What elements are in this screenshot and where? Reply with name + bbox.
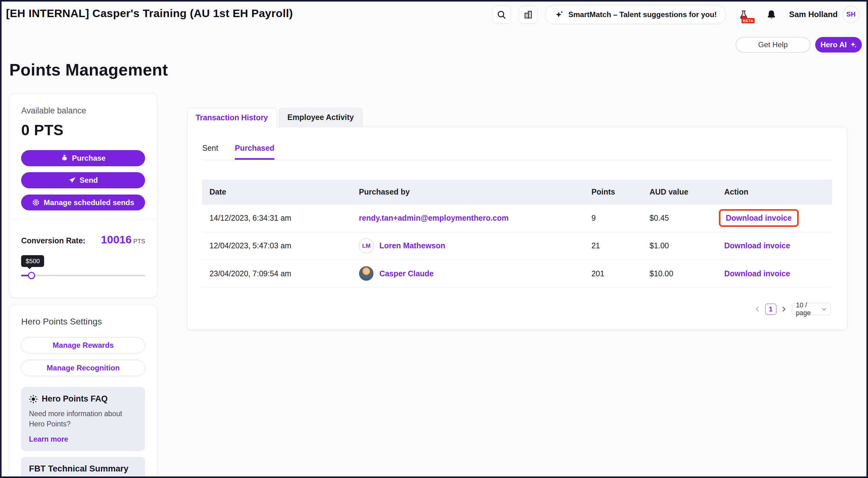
table-row: 12/04/2023, 5:47:03 am LM Loren Mathewso… xyxy=(202,232,832,260)
tab-employee-activity[interactable]: Employee Activity xyxy=(279,108,362,127)
chevron-left-icon xyxy=(755,306,760,312)
transaction-history-panel: Sent Purchased Date Purchased by Points … xyxy=(187,127,847,330)
money-bag-icon xyxy=(61,154,68,161)
balance-label: Available balance xyxy=(21,106,145,116)
gear-icon xyxy=(32,199,40,206)
manage-recognition-button[interactable]: Manage Recognition xyxy=(21,360,145,376)
company-switcher-button[interactable] xyxy=(519,5,538,24)
page-number[interactable]: 1 xyxy=(765,304,776,315)
conversion-rate-label: Conversion Rate: xyxy=(21,236,85,245)
cell-aud-value: $1.00 xyxy=(643,241,717,250)
faq-title: Hero Points FAQ xyxy=(42,394,107,404)
download-invoice-link[interactable]: Download invoice xyxy=(726,213,792,222)
next-page-button[interactable] xyxy=(782,306,786,312)
slider-track xyxy=(21,275,145,276)
user-name: Sam Holland xyxy=(789,10,838,19)
slider-thumb[interactable] xyxy=(28,272,35,279)
chevron-right-icon xyxy=(782,306,786,312)
purchase-button[interactable]: Purchase xyxy=(21,150,145,166)
col-points: Points xyxy=(584,187,643,197)
purchaser-link[interactable]: Loren Mathewson xyxy=(379,241,445,250)
page-title: Points Management xyxy=(9,60,168,79)
conversion-rate-value: 10016PTS xyxy=(101,233,145,246)
fbt-summary-box: FBT Technical Summary xyxy=(21,457,145,478)
notifications-button[interactable] xyxy=(762,5,781,24)
faq-box: Hero Points FAQ Need more information ab… xyxy=(21,387,145,451)
faq-header: Hero Points FAQ xyxy=(29,394,137,404)
labs-button[interactable]: BETA xyxy=(734,5,754,24)
cell-points: 21 xyxy=(584,241,643,250)
col-aud-value: AUD value xyxy=(643,187,717,197)
cell-aud-value: $0.45 xyxy=(643,213,717,222)
cell-points: 201 xyxy=(584,269,643,278)
table-row: 14/12/2023, 6:34:31 am rendy.tan+admin@e… xyxy=(202,205,832,232)
faq-body: Need more information about Hero Points? xyxy=(29,409,134,429)
search-button[interactable] xyxy=(492,5,511,24)
col-purchased-by: Purchased by xyxy=(352,187,584,197)
bell-icon xyxy=(767,10,776,20)
learn-more-link[interactable]: Learn more xyxy=(29,435,68,443)
col-action: Action xyxy=(717,187,832,197)
smartmatch-label: SmartMatch – Talent suggestions for you! xyxy=(568,10,717,19)
beta-badge: BETA xyxy=(742,18,754,23)
slider-tooltip: $500 xyxy=(21,255,44,267)
avatar-photo xyxy=(359,266,374,281)
user-menu[interactable]: Sam Holland SH xyxy=(789,6,859,23)
sparkle-icon xyxy=(850,41,857,48)
pagination: 1 10 / page xyxy=(755,303,830,315)
available-balance-card: Available balance 0 PTS Purchase Send Ma… xyxy=(9,94,157,298)
cell-aud-value: $10.00 xyxy=(643,269,717,278)
cell-date: 14/12/2023, 6:34:31 am xyxy=(202,213,352,222)
subtab-purchased[interactable]: Purchased xyxy=(235,144,275,160)
conversion-slider[interactable] xyxy=(21,272,145,279)
search-icon xyxy=(497,10,506,19)
page-size-select[interactable]: 10 / page xyxy=(792,303,831,315)
download-invoice-link[interactable]: Download invoice xyxy=(724,269,790,278)
prev-page-button[interactable] xyxy=(755,306,760,312)
header-actions: SmartMatch – Talent suggestions for you!… xyxy=(492,5,859,24)
col-date: Date xyxy=(202,187,352,197)
cell-date: 12/04/2023, 5:47:03 am xyxy=(202,241,352,250)
avatar: LM xyxy=(359,238,374,253)
cell-points: 9 xyxy=(584,213,643,222)
cell-date: 23/04/2020, 7:09:54 am xyxy=(202,269,352,278)
purchaser-link[interactable]: Casper Claude xyxy=(379,269,434,278)
table-header: Date Purchased by Points AUD value Actio… xyxy=(202,180,832,205)
download-invoice-link[interactable]: Download invoice xyxy=(724,241,790,250)
manage-rewards-button[interactable]: Manage Rewards xyxy=(21,337,145,353)
hero-points-settings-card: Hero Points Settings Manage Rewards Mana… xyxy=(9,305,157,478)
screen: [EH INTERNAL] Casper's Training (AU 1st … xyxy=(0,0,868,478)
hero-ai-button[interactable]: Hero AI xyxy=(815,37,862,53)
user-avatar: SH xyxy=(842,6,859,23)
divider xyxy=(10,219,157,219)
get-help-button[interactable]: Get Help xyxy=(736,37,810,53)
paper-plane-icon xyxy=(69,177,76,184)
subtabs: Sent Purchased xyxy=(202,144,832,160)
building-icon xyxy=(524,10,533,19)
smartmatch-button[interactable]: SmartMatch – Talent suggestions for you! xyxy=(545,5,726,24)
conversion-rate-row: Conversion Rate: 10016PTS xyxy=(21,233,145,246)
purchaser-link[interactable]: rendy.tan+admin@employmenthero.com xyxy=(359,213,508,222)
tab-transaction-history[interactable]: Transaction History xyxy=(187,108,277,127)
chevron-down-icon xyxy=(822,307,826,311)
subtab-sent[interactable]: Sent xyxy=(202,144,218,160)
table-row: 23/04/2020, 7:09:54 am Casper Claude 201… xyxy=(202,260,832,288)
org-title: [EH INTERNAL] Casper's Training (AU 1st … xyxy=(6,7,293,20)
manage-scheduled-sends-button[interactable]: Manage scheduled sends xyxy=(21,195,145,211)
main-tabs: Transaction History Employee Activity xyxy=(187,108,363,127)
sparkles-icon xyxy=(555,10,563,19)
balance-value: 0 PTS xyxy=(21,121,145,139)
fbt-title: FBT Technical Summary xyxy=(29,464,137,474)
sun-icon xyxy=(29,395,38,404)
transactions-table: Date Purchased by Points AUD value Actio… xyxy=(202,180,832,288)
highlight-box: Download invoice xyxy=(719,209,799,227)
settings-title: Hero Points Settings xyxy=(21,317,145,327)
send-button[interactable]: Send xyxy=(21,172,145,188)
